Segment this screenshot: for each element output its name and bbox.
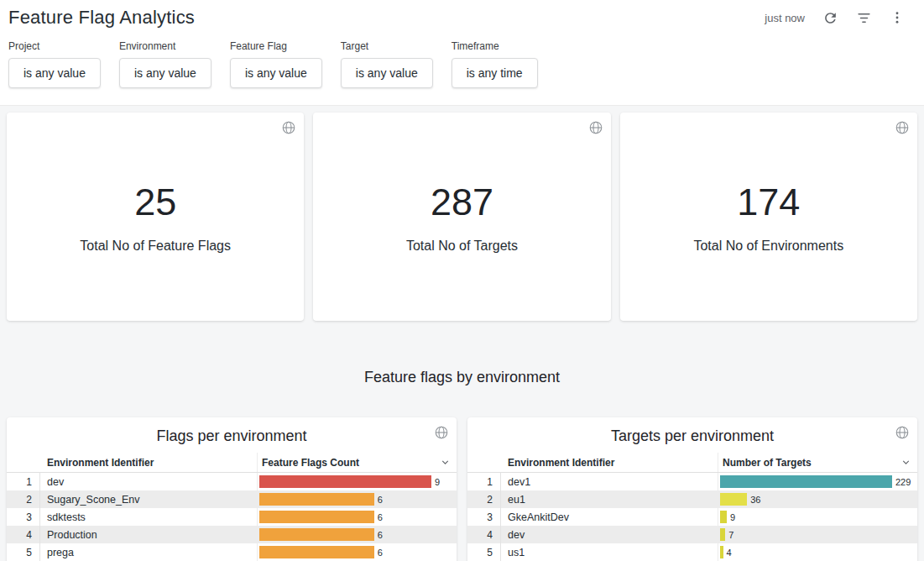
filter-value-button-timeframe[interactable]: is any time (452, 58, 538, 88)
bar-cell: 9 (257, 473, 457, 490)
column-header-environment-identifier[interactable]: Environment Identifier (501, 453, 718, 472)
kpi-card-targets: 287 Total No of Targets (313, 113, 610, 321)
row-index: 3 (467, 508, 501, 526)
kpi-card-feature-flags: 25 Total No of Feature Flags (7, 113, 304, 321)
environment-identifier: prega (40, 543, 257, 561)
filter-label: Environment (119, 40, 211, 52)
bar-value: 9 (730, 512, 735, 522)
column-header-feature-flags-count[interactable]: Feature Flags Count (262, 457, 359, 469)
bar (259, 546, 374, 558)
row-index: 3 (7, 508, 40, 526)
refresh-icon[interactable] (822, 9, 838, 26)
environment-identifier: dev (40, 473, 257, 490)
bar-value: 6 (378, 530, 383, 540)
row-index: 5 (7, 543, 40, 561)
filter-group-feature-flag: Feature Flag is any value (230, 40, 322, 88)
page-title: Feature Flag Analytics (8, 7, 195, 29)
bar (720, 493, 747, 506)
table-row: 2eu136 (467, 490, 917, 508)
globe-icon (895, 425, 910, 443)
kebab-menu-icon[interactable] (889, 9, 906, 26)
bar-value: 36 (750, 495, 760, 505)
environment-identifier: Sugary_Scone_Env (40, 490, 257, 508)
globe-icon (281, 120, 296, 139)
filter-icon[interactable] (855, 9, 872, 26)
kpi-value: 25 (134, 181, 176, 224)
bar-value: 7 (728, 530, 733, 540)
chevron-down-icon[interactable] (901, 457, 911, 468)
chevron-down-icon[interactable] (440, 457, 451, 468)
tables-row: Flags per environment Environment Identi… (0, 417, 924, 561)
bar-value: 229 (895, 477, 911, 487)
filter-bar: Project is any value Environment is any … (8, 29, 911, 88)
table-title: Targets per environment (467, 417, 917, 453)
bar-value: 6 (378, 512, 383, 522)
table-row: 1dev1229 (467, 473, 917, 490)
bar (720, 475, 892, 488)
kpi-label: Total No of Targets (406, 239, 518, 254)
environment-identifier: GkeAnkitDev (501, 508, 718, 526)
filter-value-button-target[interactable]: is any value (341, 58, 433, 88)
bar-cell: 6 (257, 526, 457, 543)
column-header-environment-identifier[interactable]: Environment Identifier (40, 453, 257, 472)
filter-group-project: Project is any value (8, 40, 101, 88)
bar (720, 528, 725, 541)
bar (259, 493, 374, 506)
environment-identifier: dev (501, 526, 718, 543)
bar-cell: 6 (257, 543, 457, 561)
row-index: 4 (467, 526, 501, 543)
dashboard-header: Feature Flag Analytics just now Project … (0, 0, 924, 106)
table-row: 4dev7 (467, 526, 917, 543)
row-index: 1 (467, 473, 501, 490)
table-row: 5us14 (467, 543, 917, 561)
environment-identifier: eu1 (501, 490, 718, 508)
kpi-value: 287 (431, 181, 493, 224)
table-body: 1dev12292eu1363GkeAnkitDev94dev75us14 (467, 473, 917, 561)
environment-identifier: Production (40, 526, 257, 543)
bar-cell: 9 (718, 508, 917, 526)
last-updated: just now (765, 12, 805, 24)
globe-icon (434, 425, 449, 443)
bar (259, 511, 374, 523)
filter-label: Timeframe (452, 40, 538, 52)
row-index: 5 (467, 543, 501, 561)
bar (720, 511, 727, 523)
kpi-value: 174 (737, 181, 800, 224)
kpi-row: 25 Total No of Feature Flags 287 Total N… (0, 106, 924, 328)
environment-identifier: us1 (501, 543, 718, 561)
bar-value: 9 (435, 477, 440, 487)
globe-icon (895, 120, 910, 139)
table-title: Flags per environment (7, 417, 457, 453)
kpi-card-environments: 174 Total No of Environments (620, 113, 917, 321)
globe-icon (588, 120, 603, 139)
filter-value-button-project[interactable]: is any value (8, 58, 101, 88)
row-index: 2 (7, 490, 40, 508)
table-row: 3GkeAnkitDev9 (467, 508, 917, 526)
bar-cell: 6 (257, 508, 457, 526)
row-index: 4 (7, 526, 40, 543)
bar-value: 4 (727, 548, 732, 558)
bar-cell: 6 (257, 490, 457, 508)
bar-value: 6 (378, 495, 383, 505)
environment-identifier: dev1 (501, 473, 718, 490)
environment-identifier: sdktests (40, 508, 257, 526)
table-card-flags-per-environment: Flags per environment Environment Identi… (7, 417, 457, 561)
bar-value: 6 (378, 548, 383, 558)
bar-cell: 229 (718, 473, 917, 490)
filter-value-button-environment[interactable]: is any value (119, 58, 211, 88)
filter-value-button-feature-flag[interactable]: is any value (230, 58, 322, 88)
table-card-targets-per-environment: Targets per environment Environment Iden… (467, 417, 917, 561)
bar (720, 546, 723, 558)
column-header-number-of-targets[interactable]: Number of Targets (723, 457, 812, 469)
table-header: Environment Identifier Number of Targets (467, 453, 917, 473)
index-column-header (7, 453, 40, 472)
bar-cell: 36 (718, 490, 917, 508)
row-index: 1 (7, 473, 40, 490)
bar-cell: 7 (718, 526, 917, 543)
bar (259, 528, 374, 541)
table-row: 3sdktests6 (7, 508, 457, 526)
row-index: 2 (467, 490, 501, 508)
table-row: 4Production6 (7, 526, 457, 543)
table-row: 2Sugary_Scone_Env6 (7, 490, 457, 508)
table-row: 1dev9 (7, 473, 457, 490)
